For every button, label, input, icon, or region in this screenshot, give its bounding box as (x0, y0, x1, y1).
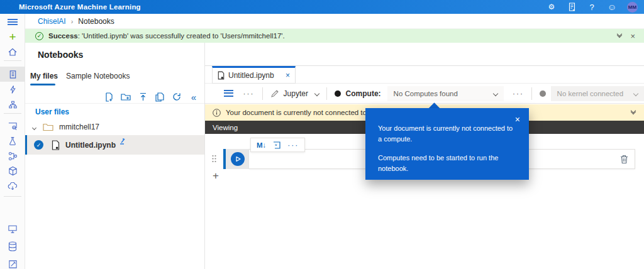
collapse-panel-icon[interactable]: « (188, 91, 199, 102)
markdown-icon[interactable]: M↓ (257, 141, 266, 149)
data-icon[interactable] (0, 239, 25, 254)
tab-my-files[interactable]: My files (30, 72, 58, 80)
new-icon[interactable]: + (0, 29, 25, 44)
tooltip-line2: Computes need to be started to run the n… (378, 153, 518, 174)
page-title: Notebooks (38, 50, 83, 60)
refresh-icon[interactable] (171, 91, 182, 102)
compute-icon[interactable] (0, 221, 25, 236)
folder-name: mmitchell17 (59, 123, 99, 131)
labeling-icon[interactable] (0, 256, 25, 269)
success-message: : 'Untitled.ipynb' was successfully crea… (78, 32, 285, 40)
tab-sample-notebooks[interactable]: Sample Notebooks (66, 72, 130, 80)
breadcrumb-current-page: Notebooks (78, 17, 114, 26)
automated-ml-icon[interactable] (0, 82, 25, 97)
file-toolbar: « (25, 89, 199, 104)
divider (531, 87, 532, 100)
success-title: Success (48, 32, 78, 40)
home-icon[interactable] (0, 44, 25, 59)
cell-gutter (226, 149, 249, 169)
cell-more-icon[interactable]: ··· (287, 141, 299, 150)
file-name: Untitled.ipynb (65, 141, 116, 150)
notebook-file-icon (218, 71, 225, 80)
avatar[interactable]: MM (627, 2, 638, 13)
kernel-status-dot (540, 91, 546, 97)
selected-check-icon: ✓ (34, 140, 43, 150)
kernel-language-label: Jupyter (284, 89, 308, 98)
designer-icon[interactable] (0, 97, 25, 112)
tooltip-line1: Your document is currently not connected… (378, 123, 518, 145)
notebook-toolbar: ··· Jupyter Compute: No Computes found ·… (205, 84, 644, 104)
tree-row-folder[interactable]: mmitchell17 (25, 119, 204, 135)
tooltip-close-icon[interactable]: × (515, 113, 520, 127)
notebooks-icon[interactable] (0, 67, 25, 82)
upload-icon[interactable] (137, 91, 148, 102)
breadcrumb-separator: › (71, 18, 74, 25)
success-text: Success: 'Untitled.ipynb' was successful… (48, 32, 285, 40)
banner-close-icon[interactable]: × (630, 32, 635, 40)
run-cell-button[interactable] (231, 152, 245, 166)
experiments-icon[interactable] (0, 133, 25, 148)
duplicate-icon[interactable] (154, 91, 165, 102)
add-cell-button[interactable]: + (213, 170, 219, 182)
chevron-down-icon (633, 91, 638, 96)
drag-handle-icon[interactable] (211, 155, 217, 163)
compute-more-icon[interactable]: ··· (513, 89, 524, 98)
topbar-actions: ⚙ ? ☺ MM (547, 2, 644, 13)
models-icon[interactable] (0, 163, 25, 178)
notebook-file-icon (52, 140, 60, 150)
success-banner: ✓ Success: 'Untitled.ipynb' was successf… (25, 29, 644, 43)
info-icon (213, 109, 221, 117)
compute-tooltip: × Your document is currently not connect… (365, 108, 529, 180)
file-browser-panel: Notebooks My files Sample Notebooks « Us… (25, 43, 205, 269)
top-bar: Microsoft Azure Machine Learning ⚙ ? ☺ M… (0, 0, 644, 14)
chevron-down-icon[interactable] (33, 123, 36, 131)
pencil-icon (270, 89, 279, 98)
new-file-icon[interactable] (103, 91, 114, 102)
outline-menu-icon[interactable] (224, 90, 233, 97)
divider (262, 87, 263, 100)
compute-status-dot (335, 91, 341, 97)
banner-expand-icon[interactable] (618, 35, 621, 37)
azure-ml-app: Microsoft Azure Machine Learning ⚙ ? ☺ M… (0, 0, 644, 269)
notebook-tab[interactable]: Untitled.ipynb × (212, 66, 296, 84)
kernel-language-dropdown[interactable]: Jupyter (270, 89, 319, 98)
app-title: Microsoft Azure Machine Learning (19, 3, 141, 11)
tab-close-icon[interactable]: × (286, 71, 290, 80)
divider (25, 103, 204, 104)
breadcrumb-workspace-link[interactable]: ChiselAI (38, 17, 66, 26)
viewing-mode-label: Viewing (213, 124, 238, 131)
notifications-icon[interactable] (567, 2, 577, 12)
notebook-tab-title: Untitled.ipynb (228, 71, 274, 80)
chevron-down-icon (493, 91, 498, 96)
edit-indicator-icon (117, 138, 126, 145)
kernel-dropdown-value: No kernel connected (557, 90, 623, 97)
tree-row-file-selected[interactable]: ✓ Untitled.ipynb (25, 135, 204, 155)
breadcrumb: ChiselAI › Notebooks (25, 14, 644, 29)
divider (326, 87, 327, 100)
gear-icon[interactable]: ⚙ (547, 2, 557, 12)
jobs-icon[interactable] (0, 118, 25, 133)
help-icon[interactable]: ? (587, 2, 597, 12)
success-check-icon: ✓ (35, 32, 43, 40)
feedback-smiley-icon[interactable]: ☺ (607, 2, 617, 12)
endpoints-icon[interactable] (0, 178, 25, 194)
warning-expand-icon[interactable] (631, 111, 644, 114)
new-folder-icon[interactable] (120, 91, 131, 102)
convert-cell-icon[interactable] (272, 141, 281, 150)
compute-dropdown-value: No Computes found (394, 90, 458, 97)
compute-label: Compute: (346, 89, 381, 98)
pipelines-icon[interactable] (0, 148, 25, 163)
menu-icon[interactable] (0, 14, 25, 30)
trash-icon[interactable] (620, 155, 628, 164)
active-tab-indicator (30, 84, 55, 85)
chevron-down-icon (314, 91, 319, 96)
more-icon[interactable]: ··· (243, 89, 255, 98)
cell-toolbar: M↓ ··· (250, 138, 305, 152)
compute-dropdown[interactable]: No Computes found (387, 86, 504, 101)
kernel-dropdown[interactable]: No kernel connected (551, 86, 644, 101)
left-nav-rail: + (0, 14, 25, 269)
user-files-label: User files (35, 107, 69, 116)
folder-icon (43, 123, 53, 131)
